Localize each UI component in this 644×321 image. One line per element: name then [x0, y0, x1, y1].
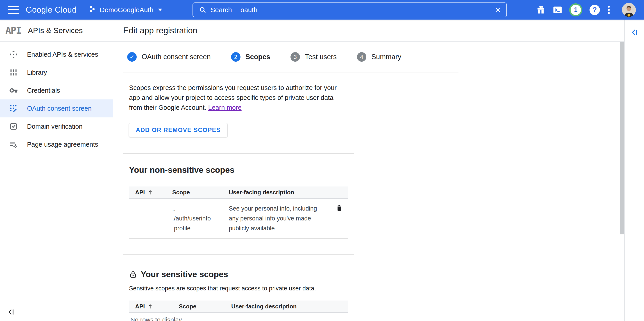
table-row: .. ./auth/userinfo .profile See your per…: [129, 199, 348, 239]
collapse-sidebar-icon[interactable]: [7, 308, 15, 316]
sort-ascending-icon: [147, 189, 153, 196]
project-icon: [88, 5, 96, 15]
divider: [123, 72, 458, 72]
stepper: ✓ OAuth consent screen 2 Scopes 3 Test u…: [127, 52, 624, 62]
notifications-badge[interactable]: 1: [569, 3, 582, 16]
key-icon: [9, 86, 18, 95]
sensitive-scopes-note: Sensitive scopes are scopes that request…: [129, 285, 624, 292]
sort-by-api-button[interactable]: API: [135, 189, 153, 196]
sidebar-item-page-usage-agreements[interactable]: Page usage agreements: [0, 135, 113, 153]
sidebar-header: API APIs & Services: [0, 19, 113, 42]
sidebar-item-domain-verification[interactable]: Domain verification: [0, 117, 113, 135]
page-header: Edit app registration: [113, 19, 624, 42]
oauth-consent-icon: [9, 104, 18, 113]
non-sensitive-scopes-heading: Your non-sensitive scopes: [129, 165, 624, 175]
free-trial-gift-icon[interactable]: [536, 5, 545, 14]
step-2-label[interactable]: Scopes: [246, 53, 270, 61]
step-2-marker[interactable]: 2: [231, 52, 240, 62]
sidebar-title: APIs & Services: [28, 26, 83, 35]
table-header-row: API Scope User-facing description: [129, 301, 348, 313]
scopes-description: Scopes express the permissions you reque…: [129, 83, 624, 112]
delete-scope-button[interactable]: [336, 205, 343, 212]
column-header-scope: Scope: [179, 303, 231, 310]
step-4-label[interactable]: Summary: [371, 53, 401, 61]
google-cloud-logo[interactable]: Google Cloud: [26, 5, 76, 15]
right-panel: [624, 19, 644, 321]
enabled-apis-icon: [9, 50, 18, 59]
sort-by-api-button[interactable]: API: [135, 303, 153, 310]
column-header-scope: Scope: [172, 189, 229, 196]
notification-count: 1: [569, 3, 582, 16]
step-4-marker[interactable]: 4: [357, 52, 366, 62]
non-sensitive-scopes-table: API Scope User-facing description .. ./a…: [129, 187, 348, 239]
divider: [123, 254, 354, 255]
domain-verification-icon: [9, 122, 18, 131]
step-connector: [276, 57, 284, 57]
library-icon: [9, 68, 18, 77]
avatar[interactable]: [622, 3, 636, 17]
main-content: Edit app registration ✓ OAuth consent sc…: [113, 19, 624, 321]
sensitive-scopes-heading: Your sensitive scopes: [141, 270, 228, 279]
collapse-panel-icon[interactable]: [630, 28, 639, 37]
search-label: Search: [210, 6, 232, 14]
project-selector[interactable]: DemoGoogleAuth: [88, 5, 162, 15]
project-name: DemoGoogleAuth: [100, 6, 153, 14]
more-options-icon[interactable]: [608, 6, 610, 14]
step-1-check-icon[interactable]: ✓: [127, 52, 137, 62]
trash-icon: [336, 205, 343, 212]
search-icon: [199, 6, 206, 14]
sort-ascending-icon: [147, 303, 153, 310]
page-title: Edit app registration: [123, 26, 197, 35]
top-app-bar: Google Cloud DemoGoogleAuth Search oauth: [0, 0, 644, 19]
step-connector: [216, 57, 225, 57]
divider: [123, 153, 354, 154]
sidebar-item-oauth-consent-screen[interactable]: OAuth consent screen: [0, 99, 113, 117]
search-query-text: oauth: [240, 6, 257, 14]
cloud-shell-icon[interactable]: [553, 5, 562, 15]
sidebar-nav: Enabled APIs & services Library Credenti…: [0, 45, 113, 153]
step-3-label[interactable]: Test users: [305, 53, 337, 61]
step-connector: [342, 57, 351, 57]
chevron-down-icon: [158, 8, 162, 11]
learn-more-link[interactable]: Learn more: [208, 104, 242, 111]
sidebar-item-enabled-apis[interactable]: Enabled APIs & services: [0, 45, 113, 63]
lock-icon: [129, 270, 137, 279]
search-input[interactable]: Search oauth: [192, 2, 507, 17]
column-header-description: User-facing description: [231, 303, 330, 310]
menu-icon[interactable]: [8, 6, 19, 14]
column-header-description: User-facing description: [229, 189, 330, 196]
sensitive-scopes-table: API Scope User-facing description: [129, 301, 348, 313]
sidebar: API APIs & Services Enabled APIs & servi…: [0, 19, 114, 321]
add-or-remove-scopes-button[interactable]: ADD OR REMOVE SCOPES: [129, 123, 228, 137]
step-3-marker[interactable]: 3: [290, 52, 300, 62]
sidebar-item-library[interactable]: Library: [0, 63, 113, 81]
sidebar-item-credentials[interactable]: Credentials: [0, 81, 113, 99]
table-header-row: API Scope User-facing description: [129, 187, 348, 199]
empty-table-message: No rows to display: [130, 316, 624, 321]
cell-description: See your personal info, including any pe…: [229, 204, 330, 233]
clear-search-icon[interactable]: [494, 6, 502, 13]
scrollbar-thumb[interactable]: [620, 42, 624, 234]
api-logo: API: [6, 25, 21, 36]
help-icon[interactable]: ?: [590, 5, 600, 15]
page-usage-agreements-icon: [9, 140, 18, 149]
step-1-label[interactable]: OAuth consent screen: [142, 53, 211, 61]
cell-scope: .. ./auth/userinfo .profile: [172, 204, 229, 233]
